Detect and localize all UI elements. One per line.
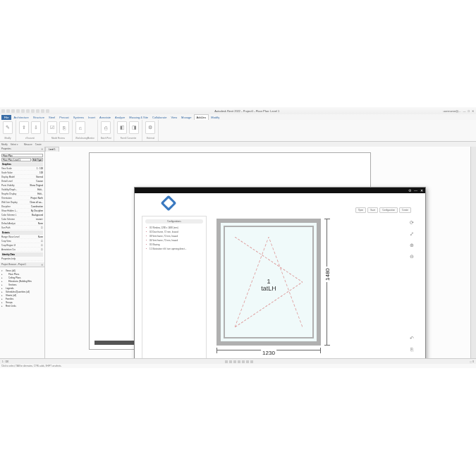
options-bar-item[interactable]: Measure	[24, 143, 32, 146]
options-bar-item[interactable]: Modify	[1, 143, 8, 146]
minimize-button[interactable]: —	[463, 109, 466, 113]
property-value[interactable]: ☐	[41, 240, 43, 243]
property-value[interactable]: Show Original	[30, 184, 43, 187]
qat-btn[interactable]	[6, 109, 10, 113]
property-value[interactable]: 100	[39, 171, 43, 174]
minimize-icon[interactable]: —	[414, 188, 417, 193]
property-row[interactable]: Annotation Cro☐	[1, 248, 43, 252]
config-tree[interactable]: Configurations 01 Window, 1230 x 1480 (m…	[142, 216, 207, 358]
property-value[interactable]: Edit...	[37, 193, 43, 195]
type-selector[interactable]: Floor Plan	[1, 154, 43, 157]
qat-btn[interactable]	[31, 109, 35, 113]
ribbon-tab[interactable]: Precast	[57, 115, 71, 120]
vc-icon[interactable]	[229, 360, 232, 363]
ribbon-tab[interactable]: Analyze	[113, 115, 127, 120]
view-tab[interactable]: Level 1	[45, 147, 59, 152]
properties-help[interactable]: Properties help	[1, 257, 16, 260]
vc-icon[interactable]	[233, 360, 236, 363]
options-bar-item[interactable]: Create	[35, 143, 42, 146]
ribbon-tab[interactable]: Structure	[31, 115, 47, 120]
expand-icon[interactable]: ⤢	[408, 231, 415, 238]
property-value[interactable]: <none>	[36, 218, 43, 221]
options-bar-item[interactable]: Select ▾	[11, 143, 18, 146]
ribbon-tab[interactable]: Annotate	[97, 115, 113, 120]
properties-header[interactable]: Properties ✕	[0, 147, 44, 152]
dialog-title-bar[interactable]: ⚙ — ✕	[135, 188, 425, 193]
dialog-button[interactable]: Configuration	[379, 207, 398, 213]
qat-btn[interactable]	[41, 109, 44, 113]
refresh-icon[interactable]: ⟳	[408, 220, 415, 227]
drawing-canvas[interactable]: Level 1 ⚙ — ✕ OpenSaveConfigurationCreat…	[45, 147, 470, 358]
vc-icon[interactable]	[246, 360, 249, 363]
property-value[interactable]: Edit...	[37, 188, 43, 191]
property-value[interactable]: Coarse	[36, 180, 43, 183]
close-icon[interactable]: ✕	[420, 188, 423, 193]
vc-icon[interactable]	[250, 360, 253, 363]
qat-btn[interactable]	[11, 109, 15, 113]
project-browser-header[interactable]: Project Browser - Project1 ✕	[0, 262, 44, 267]
vc-icon[interactable]	[242, 360, 245, 363]
view-scrollbar[interactable]	[470, 147, 476, 358]
undo-icon[interactable]: ↶	[408, 336, 415, 343]
ribbon-button[interactable]: ⚙	[145, 121, 155, 134]
ribbon-tab[interactable]: Systems	[71, 115, 86, 120]
ribbon-tab[interactable]: Architecture	[11, 115, 30, 120]
ribbon-button[interactable]: ⇪	[19, 121, 29, 134]
file-tab[interactable]: File	[1, 115, 11, 120]
ribbon-button[interactable]: ⎌	[75, 121, 85, 134]
ribbon-button[interactable]: ☑	[47, 121, 57, 134]
ribbon-button[interactable]: ⎘	[59, 121, 69, 134]
close-button[interactable]: ✕	[472, 109, 474, 113]
close-icon[interactable]: ✕	[41, 147, 43, 151]
ribbon-button[interactable]: ⎙	[101, 121, 111, 134]
ribbon-tab[interactable]: Steel	[47, 115, 57, 120]
tree-node[interactable]: 11 Illustration: tilt / turn opening dir…	[145, 247, 203, 251]
instance-selector[interactable]: Floor Plan: Level 1	[1, 158, 31, 161]
property-row[interactable]: Sun Path☐	[1, 226, 43, 230]
property-value[interactable]: Normal	[36, 176, 43, 178]
ribbon-button[interactable]: ✎	[3, 121, 13, 134]
ribbon-tab[interactable]: Collaborate	[150, 115, 169, 120]
property-value[interactable]: Coordination	[31, 205, 43, 208]
zoom-out-icon[interactable]: ⊖	[408, 254, 415, 261]
qat-btn[interactable]	[36, 109, 39, 113]
dialog-button[interactable]: Create	[399, 207, 411, 213]
copy-icon[interactable]: ⎘	[408, 347, 415, 354]
qat-btn[interactable]	[26, 109, 30, 113]
settings-icon[interactable]: ⚙	[408, 188, 411, 193]
property-value[interactable]: ☐	[41, 226, 43, 229]
property-value[interactable]: By Discipline	[31, 209, 43, 212]
property-value[interactable]: None	[38, 222, 43, 225]
property-value[interactable]: None	[38, 236, 43, 238]
qat-btn[interactable]	[16, 109, 20, 113]
maximize-button[interactable]: □	[468, 109, 470, 113]
ribbon-tab[interactable]: Manage	[179, 115, 193, 120]
dialog-button[interactable]: Open	[355, 207, 366, 213]
ribbon-tab[interactable]: Modify	[209, 115, 221, 120]
ribbon-tab[interactable]: Insert	[86, 115, 97, 120]
property-value[interactable]: Clean all wa...	[30, 201, 43, 204]
ribbon-tab[interactable]: Massing & Site	[127, 115, 150, 120]
property-value[interactable]: ☐	[41, 244, 43, 247]
property-value[interactable]: Background	[32, 214, 43, 216]
dialog-button[interactable]: Save	[367, 207, 378, 213]
edit-type-button[interactable]: Edit Type	[32, 158, 43, 161]
quick-access-toolbar[interactable]	[0, 109, 51, 113]
qat-btn[interactable]	[46, 109, 49, 113]
property-value[interactable]: 1 : 100	[37, 167, 43, 170]
ribbon-button[interactable]: ◧	[117, 121, 127, 134]
zoom-in-icon[interactable]: ⊕	[408, 243, 415, 250]
vc-icon[interactable]	[225, 360, 228, 363]
ribbon-tab[interactable]: View	[169, 115, 179, 120]
browser-node[interactable]: Revit Links	[1, 304, 43, 307]
close-icon[interactable]: ✕	[41, 263, 43, 267]
qat-btn[interactable]	[1, 109, 5, 113]
property-value[interactable]: ☐	[41, 248, 43, 251]
ribbon-button[interactable]: ◨	[129, 121, 139, 134]
user-menu[interactable]: username@...	[443, 109, 460, 113]
vc-icon[interactable]	[238, 360, 240, 363]
ribbon-button[interactable]: ⇩	[31, 121, 41, 134]
property-value[interactable]: Project North	[30, 197, 43, 200]
window-frame[interactable]: 1 tatLH	[216, 219, 321, 346]
view-scale[interactable]: 1 : 100	[2, 360, 8, 363]
